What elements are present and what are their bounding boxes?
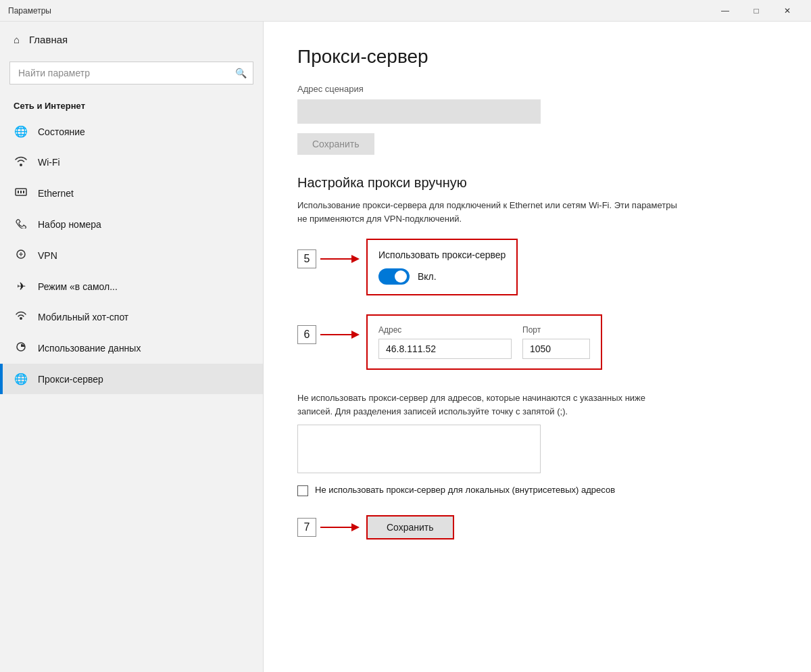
svg-rect-2 [20, 191, 22, 193]
app-body: ⌂ Главная 🔍 Сеть и Интернет 🌐 Состояние … [0, 22, 811, 672]
arrow-7 [319, 519, 360, 535]
sidebar-item-airplane[interactable]: ✈ Режим «в самол... [0, 271, 263, 302]
sidebar-item-vpn[interactable]: VPN [0, 240, 263, 271]
addr-port-section: Адрес Порт [366, 314, 602, 370]
titlebar: Параметры — □ ✕ [0, 0, 811, 22]
active-indicator [0, 364, 3, 394]
vpn-icon [14, 249, 28, 262]
sidebar-item-label: VPN [38, 250, 57, 261]
arrow-6 [319, 327, 360, 343]
scenario-address-label: Адрес сценария [297, 84, 777, 94]
sidebar-item-proxy[interactable]: 🌐 Прокси-сервер [0, 364, 263, 394]
main-content: Прокси-сервер Адрес сценария Сохранить Н… [264, 22, 811, 672]
port-input[interactable] [522, 339, 590, 359]
svg-rect-1 [18, 191, 19, 193]
proxy-toggle-switch[interactable] [378, 268, 410, 285]
toggle-slider [378, 268, 410, 285]
datausage-icon [14, 341, 28, 355]
local-checkbox-label: Не использовать прокси-сервер для локаль… [315, 484, 615, 496]
app-title: Параметры [8, 6, 710, 16]
sidebar-item-label: Использование данных [38, 343, 141, 354]
page-title: Прокси-сервер [297, 46, 777, 68]
address-label: Адрес [378, 325, 512, 335]
save-top-button[interactable]: Сохранить [297, 133, 374, 155]
proxy-toggle-section: Использовать прокси-сервер Вкл. [366, 239, 518, 295]
local-checkbox-row: Не использовать прокси-сервер для локаль… [297, 484, 683, 496]
port-label: Порт [522, 325, 590, 335]
window-controls: — □ ✕ [710, 0, 803, 22]
manual-description: Использование прокси-сервера для подключ… [297, 199, 683, 225]
local-checkbox[interactable] [297, 485, 308, 496]
airplane-icon: ✈ [14, 280, 28, 293]
sidebar: ⌂ Главная 🔍 Сеть и Интернет 🌐 Состояние … [0, 22, 264, 672]
sidebar-item-hotspot[interactable]: Мобильный хот-спот [0, 302, 263, 333]
search-input[interactable] [9, 62, 253, 85]
sidebar-item-label: Режим «в самол... [38, 281, 118, 292]
exclusions-textarea[interactable] [297, 425, 541, 473]
minimize-button[interactable]: — [710, 0, 741, 22]
port-group: Порт [522, 325, 590, 359]
hotspot-icon [14, 310, 28, 324]
toggle-state-text: Вкл. [418, 271, 437, 282]
dialup-icon [14, 218, 28, 231]
maximize-button[interactable]: □ [741, 0, 772, 22]
save-bottom-button[interactable]: Сохранить [366, 515, 454, 539]
svg-point-5 [20, 317, 22, 320]
status-icon: 🌐 [14, 125, 28, 138]
sidebar-item-label: Ethernet [38, 188, 74, 199]
sidebar-item-ethernet[interactable]: Ethernet [0, 178, 263, 209]
sidebar-item-label: Состояние [38, 126, 85, 137]
search-container: 🔍 [9, 62, 253, 85]
arrow-5 [319, 251, 360, 267]
sidebar-item-status[interactable]: 🌐 Состояние [0, 116, 263, 147]
addr-port-row: Адрес Порт [378, 325, 590, 359]
svg-rect-3 [23, 191, 24, 193]
home-label: Главная [29, 34, 68, 45]
search-icon: 🔍 [235, 68, 247, 78]
sidebar-item-label: Набор номера [38, 219, 101, 230]
address-input[interactable] [378, 339, 512, 359]
annotation-5: 5 [297, 249, 316, 268]
sidebar-item-wifi[interactable]: Wi-Fi [0, 147, 263, 178]
proxy-icon: 🌐 [14, 373, 28, 385]
exclusions-description: Не использовать прокси-сервер для адресо… [297, 391, 683, 418]
address-group: Адрес [378, 325, 512, 359]
annotation-7: 7 [297, 518, 316, 537]
close-button[interactable]: ✕ [772, 0, 803, 22]
sidebar-item-label: Мобильный хот-спот [38, 312, 128, 322]
sidebar-item-datausage[interactable]: Использование данных [0, 333, 263, 364]
manual-section-title: Настройка прокси вручную [297, 175, 777, 191]
sidebar-item-home[interactable]: ⌂ Главная [0, 22, 263, 57]
sidebar-item-dialup[interactable]: Набор номера [0, 209, 263, 240]
annotation-6: 6 [297, 325, 316, 344]
home-icon: ⌂ [14, 34, 20, 45]
sidebar-section-title: Сеть и Интернет [0, 94, 263, 116]
proxy-toggle-label: Использовать прокси-сервер [378, 249, 506, 260]
ethernet-icon [14, 187, 28, 200]
wifi-icon [14, 155, 28, 169]
scenario-address-field [297, 99, 541, 124]
sidebar-item-label: Wi-Fi [38, 157, 60, 168]
sidebar-item-label: Прокси-сервер [38, 374, 103, 385]
toggle-row: Вкл. [378, 268, 506, 285]
